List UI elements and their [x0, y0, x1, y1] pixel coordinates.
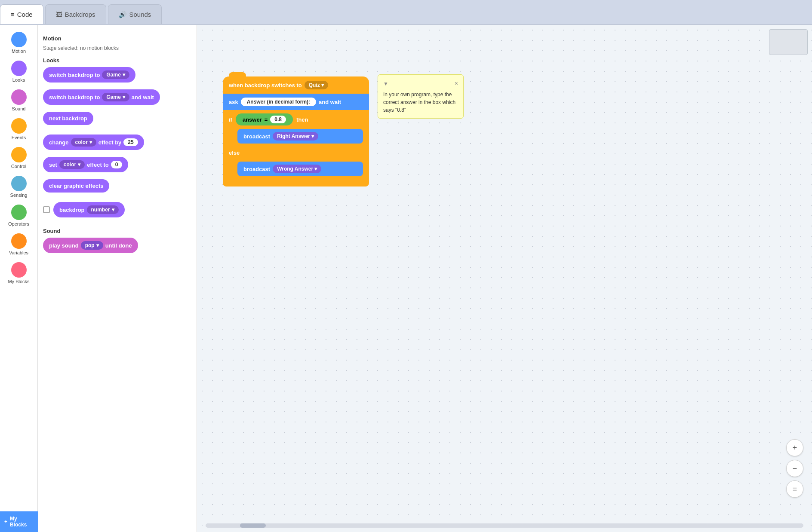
- operators-label: Operators: [8, 221, 29, 226]
- variables-dot: [11, 233, 27, 249]
- block-checkbox[interactable]: [43, 206, 50, 213]
- events-label: Events: [12, 135, 26, 140]
- tab-sounds-label: Sounds: [129, 11, 151, 18]
- block-switch-backdrop[interactable]: switch backdrop to Game ▾: [43, 67, 191, 86]
- block-set-effect[interactable]: set color ▾ effect to 0: [43, 157, 191, 176]
- zoom-reset-button[interactable]: =: [786, 480, 803, 498]
- zoom-controls: + − =: [786, 439, 803, 498]
- control-dot: [11, 147, 27, 162]
- operators-dot: [11, 205, 27, 220]
- broadcast-right-block[interactable]: broadcast Right Answer ▾: [237, 129, 363, 144]
- sidebar-item-sensing[interactable]: Sensing: [2, 173, 36, 200]
- myblocks-label: My Blocks: [8, 279, 29, 284]
- canvas-scrollbar[interactable]: [206, 523, 803, 528]
- block-next-backdrop[interactable]: next backdrop: [43, 112, 191, 128]
- motion-section-subtitle: Stage selected: no motion blocks: [43, 45, 191, 51]
- zoom-in-button[interactable]: +: [786, 439, 803, 456]
- zoom-out-button[interactable]: −: [786, 460, 803, 477]
- tab-backdrops[interactable]: 🖼 Backdrops: [45, 4, 106, 24]
- events-dot: [11, 118, 27, 134]
- looks-section-title: Looks: [43, 57, 191, 64]
- sidebar-item-control[interactable]: Control: [2, 144, 36, 171]
- if-top-row: if answer = 0.8 then: [223, 110, 369, 125]
- add-my-blocks-button[interactable]: + My Blocks: [0, 511, 38, 532]
- add-icon: +: [4, 519, 7, 525]
- answer-value[interactable]: 0.8: [270, 116, 286, 123]
- sound-dot: [11, 89, 27, 105]
- broadcast-wrong-block[interactable]: broadcast Wrong Answer ▾: [237, 162, 363, 176]
- sensing-label: Sensing: [10, 193, 28, 198]
- sensing-dot: [11, 176, 27, 191]
- hat-dropdown[interactable]: Quiz ▾: [304, 81, 328, 89]
- motion-label: Motion: [12, 49, 26, 54]
- tab-code[interactable]: ≡ Code: [0, 4, 43, 24]
- code-icon: ≡: [11, 11, 15, 18]
- sidebar-item-looks[interactable]: Looks: [2, 58, 36, 85]
- tab-backdrops-label: Backdrops: [65, 11, 95, 18]
- block-clear-effects[interactable]: clear graphic effects: [43, 179, 191, 196]
- wrong-answer-dropdown[interactable]: Wrong Answer ▾: [273, 165, 321, 173]
- motion-dot: [11, 32, 27, 47]
- canvas-scrollbar-thumb[interactable]: [240, 523, 266, 528]
- block-play-sound[interactable]: play sound pop ▾ until done: [43, 238, 191, 257]
- note-header: ▼ ×: [383, 79, 458, 88]
- main-layout: Motion Looks Sound Events Control Sensin…: [0, 25, 812, 532]
- sound-label: Sound: [12, 106, 26, 111]
- block-switch-backdrop-wait[interactable]: switch backdrop to Game ▾ and wait: [43, 89, 191, 108]
- code-canvas: when backdrop switches to Quiz ▾ ask Ans…: [197, 25, 812, 532]
- sidebar-item-variables[interactable]: Variables: [2, 231, 36, 258]
- backdrops-icon: 🖼: [56, 11, 62, 18]
- ask-block[interactable]: ask Answer (in decimal form): and wait: [223, 94, 369, 110]
- looks-label: Looks: [12, 77, 25, 83]
- control-label: Control: [11, 164, 26, 169]
- tab-code-label: Code: [17, 11, 33, 18]
- myblocks-dot: [11, 262, 27, 278]
- else-row: else: [223, 147, 369, 158]
- broadcast-right-row: broadcast Right Answer ▾: [223, 125, 369, 147]
- mini-preview: [769, 29, 808, 55]
- sidebar-item-myblocks[interactable]: My Blocks: [2, 260, 36, 287]
- broadcast-wrong-row: broadcast Wrong Answer ▾: [223, 158, 369, 180]
- block-change-effect[interactable]: change color ▾ effect by 25: [43, 135, 191, 153]
- categories-sidebar: Motion Looks Sound Events Control Sensin…: [0, 25, 38, 532]
- sidebar-item-motion[interactable]: Motion: [2, 29, 36, 56]
- ask-value[interactable]: Answer (in decimal form):: [241, 98, 316, 106]
- note-close-button[interactable]: ×: [455, 79, 458, 88]
- blocks-panel: Motion Stage selected: no motion blocks …: [38, 25, 197, 532]
- note-text: In your own program, type the correct an…: [383, 91, 458, 114]
- right-answer-dropdown[interactable]: Right Answer ▾: [273, 132, 318, 141]
- hat-block[interactable]: when backdrop switches to Quiz ▾: [223, 76, 369, 94]
- sidebar-item-events[interactable]: Events: [2, 116, 36, 143]
- sidebar-item-operators[interactable]: Operators: [2, 202, 36, 229]
- canvas-blocks: when backdrop switches to Quiz ▾ ask Ans…: [223, 76, 369, 187]
- sidebar-item-sound[interactable]: Sound: [2, 87, 36, 114]
- condition-block[interactable]: answer = 0.8: [236, 113, 293, 125]
- tab-sounds[interactable]: 🔊 Sounds: [108, 4, 162, 24]
- motion-section-title: Motion: [43, 35, 191, 42]
- block-backdrop-reporter[interactable]: backdrop number ▾: [43, 202, 125, 217]
- note-box: ▼ × In your own program, type the correc…: [378, 74, 464, 119]
- note-triangle-icon: ▼: [383, 80, 388, 88]
- sound-section-title: Sound: [43, 228, 191, 234]
- looks-dot: [11, 61, 27, 76]
- if-bottom: [223, 180, 369, 187]
- top-tabs: ≡ Code 🖼 Backdrops 🔊 Sounds: [0, 0, 812, 25]
- bottom-bar-label: My Blocks: [10, 516, 34, 528]
- sounds-icon: 🔊: [119, 11, 127, 18]
- variables-label: Variables: [9, 250, 28, 255]
